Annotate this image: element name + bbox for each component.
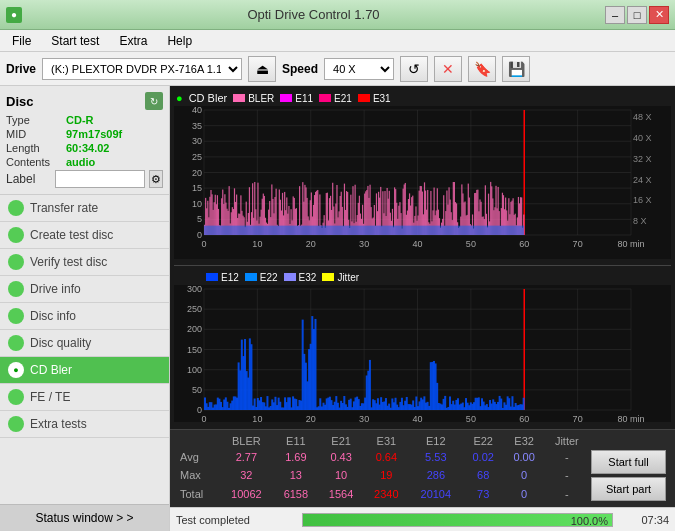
chart1-icon: ● bbox=[176, 92, 183, 104]
avg-e11: 1.69 bbox=[273, 448, 318, 466]
legend-jitter: Jitter bbox=[322, 272, 359, 283]
disc-type-value: CD-R bbox=[66, 114, 94, 126]
total-e11: 6158 bbox=[273, 485, 318, 503]
menu-extra[interactable]: Extra bbox=[111, 32, 155, 50]
menu-file[interactable]: File bbox=[4, 32, 39, 50]
total-e12: 20104 bbox=[409, 485, 463, 503]
disc-header: Disc ↻ bbox=[6, 92, 163, 110]
disc-length-label: Length bbox=[6, 142, 66, 154]
sidebar-item-drive-info[interactable]: Drive info bbox=[0, 276, 169, 303]
minimize-button[interactable]: – bbox=[605, 6, 625, 24]
legend-e31: E31 bbox=[358, 93, 391, 104]
e12-color bbox=[206, 273, 218, 281]
disc-refresh-button[interactable]: ↻ bbox=[145, 92, 163, 110]
app-icon: ● bbox=[6, 7, 22, 23]
window-controls: – □ ✕ bbox=[605, 6, 669, 24]
disc-type-row: Type CD-R bbox=[6, 114, 163, 126]
app-title: Opti Drive Control 1.70 bbox=[22, 7, 605, 22]
disc-mid-value: 97m17s09f bbox=[66, 128, 122, 140]
drive-info-icon bbox=[8, 281, 24, 297]
speed-select[interactable]: 40 X bbox=[324, 58, 394, 80]
sidebar-item-disc-quality[interactable]: Disc quality bbox=[0, 330, 169, 357]
chart1-label: CD Bler bbox=[189, 92, 228, 104]
avg-e12: 5.53 bbox=[409, 448, 463, 466]
eject-button[interactable]: ⏏ bbox=[248, 56, 276, 82]
max-label: Max bbox=[176, 466, 220, 484]
max-e22: 68 bbox=[463, 466, 504, 484]
legend-e12: E12 bbox=[206, 272, 239, 283]
sidebar-item-label: Drive info bbox=[30, 282, 81, 296]
disc-info-icon bbox=[8, 308, 24, 324]
total-bler: 10062 bbox=[220, 485, 274, 503]
label-settings-button[interactable]: ⚙ bbox=[149, 170, 163, 188]
bookmark-button[interactable]: 🔖 bbox=[468, 56, 496, 82]
disc-length-value: 60:34.02 bbox=[66, 142, 109, 154]
disc-contents-value: audio bbox=[66, 156, 95, 168]
progress-text: 100.0% bbox=[571, 514, 608, 527]
disc-quality-icon bbox=[8, 335, 24, 351]
chart1-canvas bbox=[174, 106, 671, 253]
total-label: Total bbox=[176, 485, 220, 503]
status-window-button[interactable]: Status window > > bbox=[0, 504, 169, 531]
total-e21: 1564 bbox=[318, 485, 363, 503]
drivebar: Drive (K:) PLEXTOR DVDR PX-716A 1.11 ⏏ S… bbox=[0, 52, 675, 86]
sidebar-item-transfer-rate[interactable]: Transfer rate bbox=[0, 195, 169, 222]
maximize-button[interactable]: □ bbox=[627, 6, 647, 24]
menu-start-test[interactable]: Start test bbox=[43, 32, 107, 50]
sidebar-item-disc-info[interactable]: Disc info bbox=[0, 303, 169, 330]
total-jitter: - bbox=[545, 485, 589, 503]
avg-bler: 2.77 bbox=[220, 448, 274, 466]
legend-bler: BLER bbox=[233, 93, 274, 104]
sidebar-item-extra-tests[interactable]: Extra tests bbox=[0, 411, 169, 438]
sidebar-item-label: CD Bler bbox=[30, 363, 72, 377]
col-header-e22: E22 bbox=[463, 434, 504, 448]
disc-mid-label: MID bbox=[6, 128, 66, 140]
avg-label: Avg bbox=[176, 448, 220, 466]
content-area: ● CD Bler BLER E11 E21 bbox=[170, 86, 675, 531]
col-header-e32: E32 bbox=[504, 434, 545, 448]
sidebar: Disc ↻ Type CD-R MID 97m17s09f Length 60… bbox=[0, 86, 170, 531]
sidebar-item-fe-te[interactable]: FE / TE bbox=[0, 384, 169, 411]
drive-select[interactable]: (K:) PLEXTOR DVDR PX-716A 1.11 bbox=[42, 58, 242, 80]
stats-row-avg: Avg 2.77 1.69 0.43 0.64 5.53 0.02 0.00 - bbox=[176, 448, 669, 466]
titlebar: ● Opti Drive Control 1.70 – □ ✕ bbox=[0, 0, 675, 30]
refresh-button[interactable]: ↺ bbox=[400, 56, 428, 82]
avg-e21: 0.43 bbox=[318, 448, 363, 466]
sidebar-item-label: Disc quality bbox=[30, 336, 91, 350]
titlebar-left: ● bbox=[6, 7, 22, 23]
sidebar-item-label: Verify test disc bbox=[30, 255, 107, 269]
time-display: 07:34 bbox=[619, 514, 669, 526]
chart2-container: E12 E22 E32 Jitter bbox=[170, 266, 675, 429]
sidebar-item-create-test-disc[interactable]: Create test disc bbox=[0, 222, 169, 249]
save-button[interactable]: 💾 bbox=[502, 56, 530, 82]
speed-label: Speed bbox=[282, 62, 318, 76]
sidebar-item-verify-test-disc[interactable]: Verify test disc bbox=[0, 249, 169, 276]
col-header-e12: E12 bbox=[409, 434, 463, 448]
col-header-e11: E11 bbox=[273, 434, 318, 448]
main-content: Disc ↻ Type CD-R MID 97m17s09f Length 60… bbox=[0, 86, 675, 531]
sidebar-item-cd-bler[interactable]: ● CD Bler bbox=[0, 357, 169, 384]
max-e11: 13 bbox=[273, 466, 318, 484]
disc-mid-row: MID 97m17s09f bbox=[6, 128, 163, 140]
close-button[interactable]: ✕ bbox=[649, 6, 669, 24]
disc-contents-row: Contents audio bbox=[6, 156, 163, 168]
bler-color bbox=[233, 94, 245, 102]
total-e31: 2340 bbox=[364, 485, 409, 503]
start-full-button[interactable]: Start full bbox=[591, 450, 666, 474]
start-part-button[interactable]: Start part bbox=[591, 477, 666, 501]
nav-items: Transfer rate Create test disc Verify te… bbox=[0, 195, 169, 504]
disc-label-row: Label ⚙ bbox=[6, 170, 163, 188]
menu-help[interactable]: Help bbox=[159, 32, 200, 50]
chart2-title: E12 E22 E32 Jitter bbox=[170, 270, 675, 285]
verify-test-disc-icon bbox=[8, 254, 24, 270]
col-header-e21: E21 bbox=[318, 434, 363, 448]
create-test-disc-icon bbox=[8, 227, 24, 243]
charts-area: ● CD Bler BLER E11 E21 bbox=[170, 86, 675, 429]
erase-button[interactable]: ✕ bbox=[434, 56, 462, 82]
fe-te-icon bbox=[8, 389, 24, 405]
e11-color bbox=[280, 94, 292, 102]
chart2-area bbox=[174, 285, 671, 422]
disc-label-input[interactable] bbox=[55, 170, 145, 188]
cd-bler-icon: ● bbox=[8, 362, 24, 378]
disc-title: Disc bbox=[6, 94, 33, 109]
